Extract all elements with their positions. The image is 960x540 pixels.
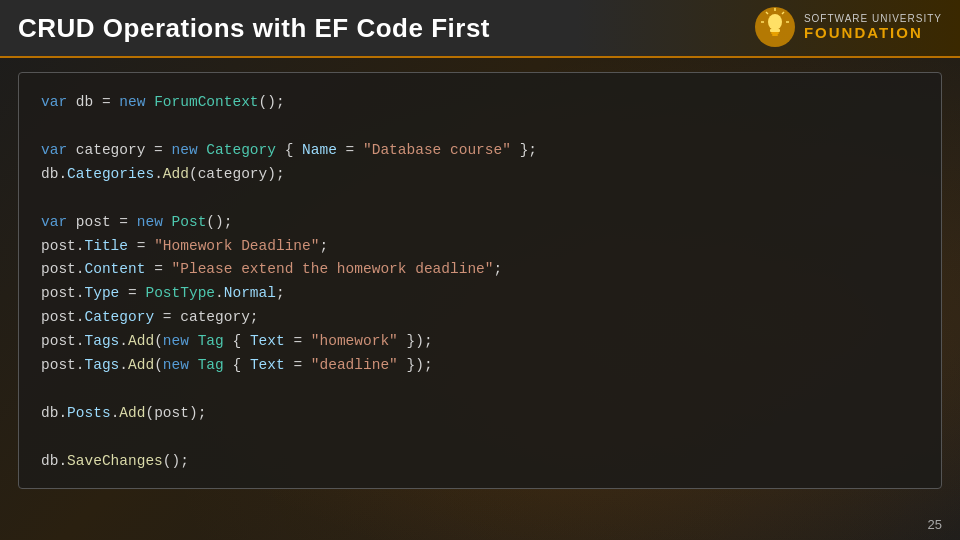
- svg-point-1: [768, 14, 782, 30]
- logo-text: SOFTWARE UNIVERSITY FOUNDATION: [804, 13, 942, 41]
- logo-text-bottom: FOUNDATION: [804, 24, 923, 41]
- slide: CRUD Operations with EF Code First SOFTW…: [0, 0, 960, 540]
- logo-text-top: SOFTWARE UNIVERSITY: [804, 13, 942, 24]
- slide-title: CRUD Operations with EF Code First: [18, 13, 490, 44]
- svg-rect-3: [771, 32, 779, 34]
- svg-rect-4: [772, 34, 778, 36]
- svg-rect-2: [770, 29, 780, 32]
- logo-icon: [754, 6, 796, 48]
- code-panel: var db = new ForumContext(); var categor…: [18, 72, 942, 489]
- header: CRUD Operations with EF Code First SOFTW…: [0, 0, 960, 58]
- slide-number: 25: [928, 517, 942, 532]
- code-block: var db = new ForumContext(); var categor…: [41, 91, 919, 474]
- logo-area: SOFTWARE UNIVERSITY FOUNDATION: [754, 6, 942, 48]
